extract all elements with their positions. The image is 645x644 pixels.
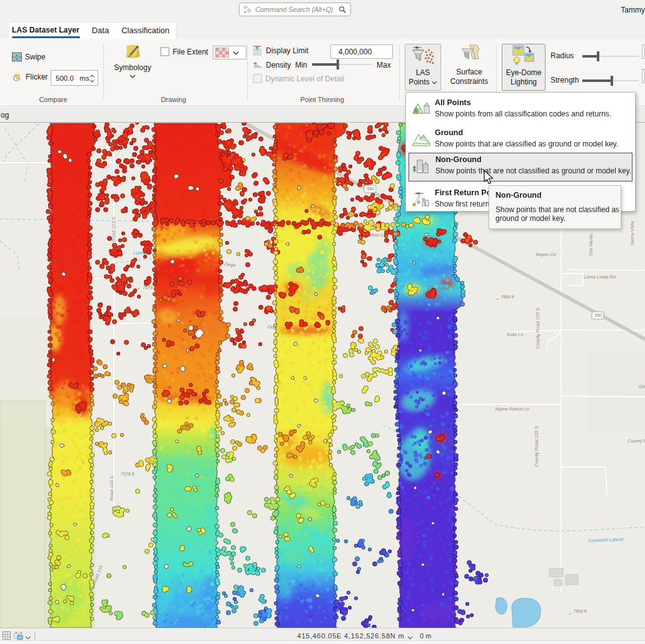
svg-text:County R: County R <box>627 438 645 444</box>
svg-text:County Road 105 S: County Road 105 S <box>534 426 539 467</box>
svg-text:Grif: Grif <box>639 384 645 389</box>
svg-text:Aspen Cir: Aspen Cir <box>536 252 556 257</box>
svg-text:7569 ft: 7569 ft <box>500 295 514 299</box>
svg-text:County Road 105 S: County Road 105 S <box>535 308 541 349</box>
svg-text:Loma Linda Rd: Loma Linda Rd <box>584 274 616 280</box>
svg-text:160: 160 <box>594 313 602 317</box>
svg-text:7564 ft: 7564 ft <box>573 609 587 613</box>
svg-text:Sierra Vista: Sierra Vista <box>629 221 635 245</box>
svg-text:Solis Ln: Solis Ln <box>507 332 524 337</box>
svg-text:Del Viento: Del Viento <box>588 234 594 255</box>
svg-text:7576 ft: 7576 ft <box>121 472 135 476</box>
svg-text:160: 160 <box>367 187 374 191</box>
svg-text:Alpine Ranch Ln: Alpine Ranch Ln <box>495 406 529 412</box>
svg-text:Road 103 S: Road 103 S <box>109 476 114 501</box>
